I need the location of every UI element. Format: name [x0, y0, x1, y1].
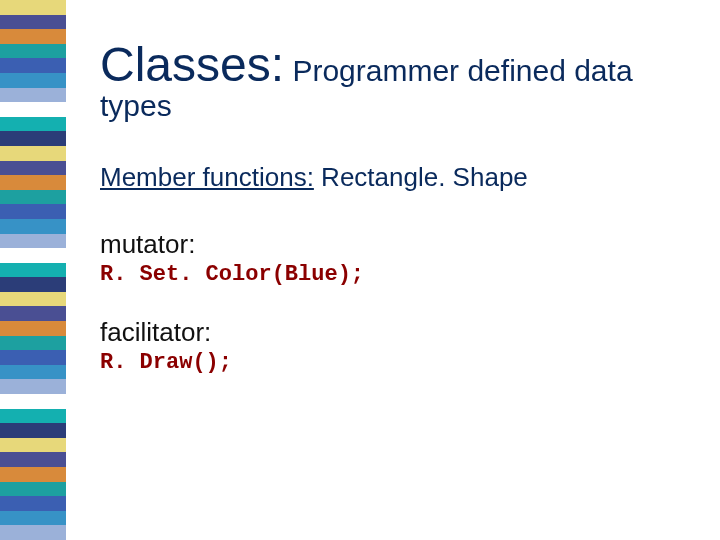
mutator-code: R. Set. Color(Blue);: [100, 262, 690, 287]
stripe: [0, 321, 66, 336]
stripe: [0, 263, 66, 278]
facilitator-code: R. Draw();: [100, 350, 690, 375]
stripe: [0, 452, 66, 467]
stripe: [0, 496, 66, 511]
stripe: [0, 58, 66, 73]
stripe: [0, 44, 66, 59]
stripe: [0, 131, 66, 146]
stripe: [0, 248, 66, 263]
stripe: [0, 336, 66, 351]
stripe: [0, 277, 66, 292]
member-functions-label: Member functions:: [100, 162, 314, 192]
stripe: [0, 423, 66, 438]
stripe: [0, 117, 66, 132]
stripe: [0, 88, 66, 103]
stripe: [0, 409, 66, 424]
stripe: [0, 292, 66, 307]
stripe: [0, 204, 66, 219]
stripe: [0, 146, 66, 161]
stripe: [0, 73, 66, 88]
member-functions-value: Rectangle. Shape: [314, 162, 528, 192]
stripe: [0, 394, 66, 409]
stripe: [0, 161, 66, 176]
slide-title: Classes: Programmer defined data types: [100, 40, 690, 122]
member-functions-line: Member functions: Rectangle. Shape: [100, 162, 690, 193]
stripe: [0, 190, 66, 205]
stripe: [0, 102, 66, 117]
facilitator-label: facilitator:: [100, 317, 690, 348]
stripe: [0, 438, 66, 453]
decorative-stripes: [0, 0, 66, 540]
stripe: [0, 350, 66, 365]
stripe: [0, 511, 66, 526]
slide-content: Classes: Programmer defined data types M…: [100, 40, 690, 405]
stripe: [0, 365, 66, 380]
stripe: [0, 525, 66, 540]
title-main: Classes:: [100, 38, 284, 91]
mutator-label: mutator:: [100, 229, 690, 260]
stripe: [0, 306, 66, 321]
stripe: [0, 379, 66, 394]
stripe: [0, 0, 66, 15]
stripe: [0, 234, 66, 249]
slide: Classes: Programmer defined data types M…: [0, 0, 720, 540]
stripe: [0, 29, 66, 44]
stripe: [0, 482, 66, 497]
stripe: [0, 15, 66, 30]
stripe: [0, 467, 66, 482]
stripe: [0, 175, 66, 190]
stripe: [0, 219, 66, 234]
